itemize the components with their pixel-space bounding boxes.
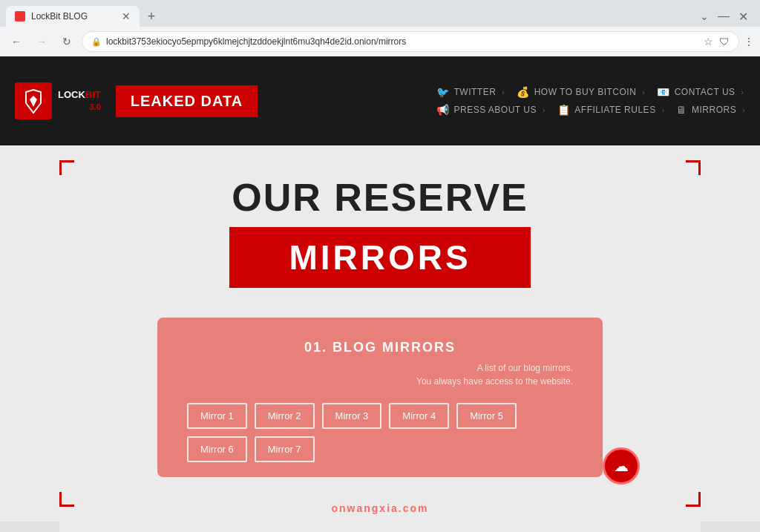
corner-bracket-tr <box>686 160 701 175</box>
nav-item-mirrors[interactable]: 🖥 MIRRORS › <box>676 104 745 116</box>
hero-section: OUR RESERVE MIRRORS 01. BLOG MIRRORS A l… <box>0 145 760 522</box>
corner-bracket-br <box>686 492 701 507</box>
corner-bracket-bl <box>59 492 74 507</box>
forward-button[interactable]: → <box>31 31 52 52</box>
nav-mirrors-label: MIRRORS <box>692 105 736 115</box>
nav-links: 🐦 TWITTER › 💰 HOW TO BUY BITCOIN › 📧 CON… <box>436 86 745 116</box>
address-bar[interactable]: 🔒 lockbit3753ekiocyo5epmpy6klmejchjtzddo… <box>82 31 739 52</box>
extensions-icon[interactable]: ⋮ <box>744 36 754 47</box>
hero-title: OUR RESERVE <box>232 175 528 220</box>
nav-how-to-buy-label: HOW TO BUY BITCOIN <box>534 87 637 97</box>
nav-row-bottom: 📢 PRESS ABOUT US › 📋 AFFILIATE RULES › 🖥… <box>436 104 745 116</box>
tab-close-button[interactable]: ✕ <box>122 10 131 22</box>
new-tab-button[interactable]: + <box>142 7 160 25</box>
minimize-button[interactable]: — <box>718 10 730 23</box>
site-navbar: LOCKBIT 3.0 LEAKED DATA 🐦 TWITTER › 💰 HO… <box>0 56 760 145</box>
address-icons: ☆ 🛡 <box>704 36 730 47</box>
reload-button[interactable]: ↻ <box>56 31 77 52</box>
twitter-icon: 🐦 <box>436 86 450 98</box>
lock-icon: 🔒 <box>91 37 102 47</box>
nav-item-twitter[interactable]: 🐦 TWITTER › <box>436 86 505 98</box>
mirror-button-2[interactable]: Mirror 2 <box>255 403 315 429</box>
back-button[interactable]: ← <box>6 31 27 52</box>
chevron-icon: › <box>543 106 546 114</box>
page-content: LOCKBIT 3.0 LEAKED DATA 🐦 TWITTER › 💰 HO… <box>0 56 760 532</box>
window-controls: ⌄ — ✕ <box>700 10 754 24</box>
chevron-icon: › <box>741 88 744 96</box>
logo-area: LOCKBIT 3.0 <box>15 82 101 119</box>
chevron-icon: › <box>642 88 645 96</box>
watermark: onwangxia.com <box>331 502 428 514</box>
tab-bar: LockBit BLOG ✕ + ⌄ — ✕ <box>0 0 760 27</box>
mirror-button-5[interactable]: Mirror 5 <box>456 403 517 429</box>
hero-subtitle-box: MIRRORS <box>229 227 530 288</box>
nav-item-affiliate[interactable]: 📋 AFFILIATE RULES › <box>557 104 665 116</box>
nav-press-label: PRESS ABOUT US <box>454 105 537 115</box>
close-button[interactable]: ✕ <box>738 10 748 24</box>
press-icon: 📢 <box>436 104 450 116</box>
shield-icon: 🛡 <box>719 36 730 47</box>
browser-right-icons: ⋮ <box>744 36 754 47</box>
tab-favicon <box>15 11 25 22</box>
nav-affiliate-label: AFFILIATE RULES <box>574 105 655 115</box>
logo-icon <box>15 82 52 119</box>
mirrors-card-wrapper: 01. BLOG MIRRORS A list of our blog mirr… <box>157 303 603 492</box>
chevron-icon: › <box>742 106 745 114</box>
address-bar-row: ← → ↻ 🔒 lockbit3753ekiocyo5epmpy6klmejch… <box>0 27 760 56</box>
contact-icon: 📧 <box>657 86 670 98</box>
nav-item-contact[interactable]: 📧 CONTACT US › <box>657 86 744 98</box>
mirror-button-1[interactable]: Mirror 1 <box>187 403 247 429</box>
leaked-data-button[interactable]: LEAKED DATA <box>116 85 258 117</box>
url-text: lockbit3753ekiocyo5epmpy6klmejchjtzddoek… <box>106 36 406 47</box>
nav-item-press[interactable]: 📢 PRESS ABOUT US › <box>436 104 546 116</box>
nav-contact-label: CONTACT US <box>675 87 736 97</box>
mirror-button-7[interactable]: Mirror 7 <box>255 436 315 462</box>
mirrors-icon: 🖥 <box>676 104 687 116</box>
nav-row-top: 🐦 TWITTER › 💰 HOW TO BUY BITCOIN › 📧 CON… <box>436 86 745 98</box>
chevron-icon: › <box>502 88 505 96</box>
mirror-buttons: Mirror 1Mirror 2Mirror 3Mirror 4Mirror 5… <box>187 403 573 462</box>
browser-tab[interactable]: LockBit BLOG ✕ <box>6 6 140 27</box>
affiliate-icon: 📋 <box>557 104 571 116</box>
bitcoin-icon: 💰 <box>517 86 530 98</box>
float-action-button[interactable]: ☁ <box>603 447 640 485</box>
mirror-button-6[interactable]: Mirror 6 <box>187 436 247 462</box>
mirror-button-3[interactable]: Mirror 3 <box>322 403 382 429</box>
mirrors-section: 01. BLOG MIRRORS A list of our blog mirr… <box>157 318 603 477</box>
tab-title: LockBit BLOG <box>31 11 88 22</box>
chevron-down-icon[interactable]: ⌄ <box>700 10 709 22</box>
mirror-button-4[interactable]: Mirror 4 <box>389 403 449 429</box>
logo-text: LOCKBIT 3.0 <box>58 89 101 112</box>
bookmark-icon[interactable]: ☆ <box>704 36 713 47</box>
nav-item-how-to-buy[interactable]: 💰 HOW TO BUY BITCOIN › <box>517 86 645 98</box>
content-area: OUR RESERVE MIRRORS 01. BLOG MIRRORS A l… <box>0 145 760 532</box>
mirrors-section-title: 01. BLOG MIRRORS <box>187 340 573 355</box>
corner-bracket-tl <box>59 160 74 175</box>
browser-chrome: LockBit BLOG ✕ + ⌄ — ✕ ← → ↻ 🔒 lockbit37… <box>0 0 760 56</box>
hero-subtitle: MIRRORS <box>289 237 471 278</box>
chevron-icon: › <box>662 106 665 114</box>
mirrors-section-description: A list of our blog mirrors. You always h… <box>187 361 573 388</box>
nav-twitter-label: TWITTER <box>454 87 497 97</box>
